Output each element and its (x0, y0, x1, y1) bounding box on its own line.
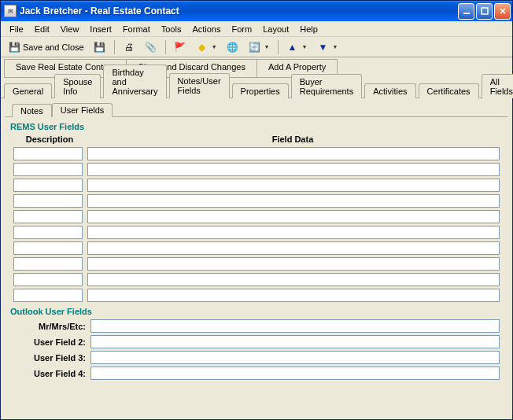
separator (278, 40, 279, 54)
print-icon: 🖨 (123, 41, 135, 53)
rems-fielddata-input[interactable] (87, 194, 500, 208)
rems-row (13, 226, 500, 239)
rems-row (13, 289, 500, 302)
paperclip-icon: 📎 (145, 41, 157, 53)
maximize-button[interactable] (476, 3, 493, 20)
rems-fielddata-input[interactable] (87, 210, 500, 223)
rems-fielddata-input[interactable] (87, 289, 500, 302)
outlook-field-rows: Mr/Mrs/Etc:User Field 2:User Field 3:Use… (6, 319, 507, 380)
rems-field-headers: Description Field Data (13, 134, 500, 144)
rems-description-input[interactable] (13, 194, 83, 208)
outlook-field-input[interactable] (90, 319, 500, 333)
tab-general[interactable]: General (4, 83, 52, 98)
menu-layout[interactable]: Layout (257, 23, 294, 35)
window-controls (458, 3, 511, 20)
disk-icon: 💾 (94, 41, 106, 53)
menu-format[interactable]: Format (117, 23, 156, 35)
save-icon: 💾 (8, 41, 20, 53)
rems-fielddata-input[interactable] (87, 241, 500, 255)
outlook-row: User Field 2: (13, 335, 500, 348)
flag-icon: 🚩 (174, 41, 186, 53)
rems-row (13, 147, 500, 160)
outlook-row: User Field 3: (13, 351, 500, 364)
rems-description-input[interactable] (13, 257, 83, 271)
print-button[interactable]: 🖨 (119, 39, 139, 56)
tab-buyer-requirements[interactable]: Buyer Requirements (291, 74, 362, 98)
rems-description-input[interactable] (13, 226, 83, 239)
recurrence-button[interactable]: 🔄▼ (245, 39, 274, 56)
tab-all-fields[interactable]: All Fields (482, 74, 513, 98)
outlook-field-label: User Field 3: (13, 353, 87, 363)
autodial-button[interactable]: ◆▼ (192, 39, 221, 56)
close-button[interactable] (494, 3, 511, 20)
rems-description-input[interactable] (13, 210, 83, 223)
menu-actions[interactable]: Actions (186, 23, 226, 35)
sub-tabs: NotesUser Fields (6, 101, 507, 117)
dropdown-icon: ▼ (264, 44, 270, 50)
save-close-label: Save and Close (23, 42, 84, 52)
dropdown-icon: ▼ (302, 44, 308, 50)
flag-button[interactable]: 🚩 (170, 39, 190, 56)
menu-file[interactable]: File (4, 23, 29, 35)
subtab-user-fields[interactable]: User Fields (52, 103, 113, 117)
separator (114, 40, 115, 54)
rems-description-input[interactable] (13, 163, 83, 176)
tab-birthday-and-anniversary[interactable]: Birthday and Anniversary (103, 64, 166, 98)
minimize-button[interactable] (458, 3, 474, 20)
rems-description-input[interactable] (13, 273, 83, 286)
display-map-button[interactable]: 🌐 (223, 39, 243, 56)
title-bar: ✉ Jack Bretcher - Real Estate Contact (1, 1, 512, 21)
rems-fielddata-input[interactable] (87, 273, 500, 286)
rems-field-rows (6, 147, 507, 302)
rems-fielddata-input[interactable] (87, 226, 500, 239)
outlook-field-input[interactable] (90, 335, 500, 348)
rems-fielddata-input[interactable] (87, 179, 500, 192)
rems-fielddata-input[interactable] (87, 257, 500, 271)
rems-row (13, 194, 500, 208)
rems-row (13, 257, 500, 271)
tab-properties[interactable]: Properties (232, 83, 289, 98)
rems-fielddata-input[interactable] (87, 147, 500, 160)
recurrence-icon: 🔄 (249, 41, 261, 53)
rems-fielddata-input[interactable] (87, 163, 500, 176)
rems-row (13, 179, 500, 192)
outlook-field-input[interactable] (90, 367, 500, 380)
tab-certificates[interactable]: Certificates (419, 83, 479, 98)
arrow-down-icon: ▼ (316, 41, 329, 53)
outlook-field-input[interactable] (90, 351, 500, 364)
rems-description-input[interactable] (13, 241, 83, 255)
outlook-group-label: Outlook User Fields (10, 307, 507, 316)
next-item-button[interactable]: ▼▼ (312, 39, 341, 56)
rems-group-label: REMS User Fields (10, 122, 507, 131)
svg-rect-0 (463, 13, 470, 14)
attach-button[interactable]: 📎 (141, 39, 161, 56)
save-button[interactable]: 💾 (90, 39, 110, 56)
rems-description-input[interactable] (13, 179, 83, 192)
previous-item-button[interactable]: ▲▼ (282, 39, 312, 56)
rems-row (13, 241, 500, 255)
outlook-row: Mr/Mrs/Etc: (13, 319, 500, 333)
outlook-field-label: Mr/Mrs/Etc: (13, 322, 87, 331)
menu-form[interactable]: Form (226, 23, 257, 35)
tab-notes-user-fields[interactable]: Notes/User Fields (169, 73, 230, 98)
menu-edit[interactable]: Edit (29, 23, 55, 35)
diamond-icon: ◆ (196, 41, 209, 53)
menu-view[interactable]: View (55, 23, 85, 35)
outlook-row: User Field 4: (13, 367, 500, 380)
content-area: NotesUser Fields REMS User Fields Descri… (1, 98, 512, 419)
menu-help[interactable]: Help (294, 23, 323, 35)
rems-description-input[interactable] (13, 147, 83, 160)
tab-spouse-info[interactable]: Spouse Info (54, 74, 101, 98)
description-header: Description (13, 134, 86, 144)
menu-insert[interactable]: Insert (84, 23, 117, 35)
window-title: Jack Bretcher - Real Estate Contact (20, 6, 458, 17)
field-data-header: Field Data (86, 134, 500, 144)
subtab-notes[interactable]: Notes (12, 104, 52, 117)
save-and-close-button[interactable]: 💾 Save and Close (4, 39, 88, 56)
rems-description-input[interactable] (13, 289, 83, 302)
svg-rect-1 (482, 8, 488, 14)
application-window: ✉ Jack Bretcher - Real Estate Contact Fi… (0, 0, 513, 420)
menu-tools[interactable]: Tools (156, 23, 187, 35)
tab-activities[interactable]: Activities (364, 83, 415, 98)
globe-icon: 🌐 (227, 41, 239, 53)
